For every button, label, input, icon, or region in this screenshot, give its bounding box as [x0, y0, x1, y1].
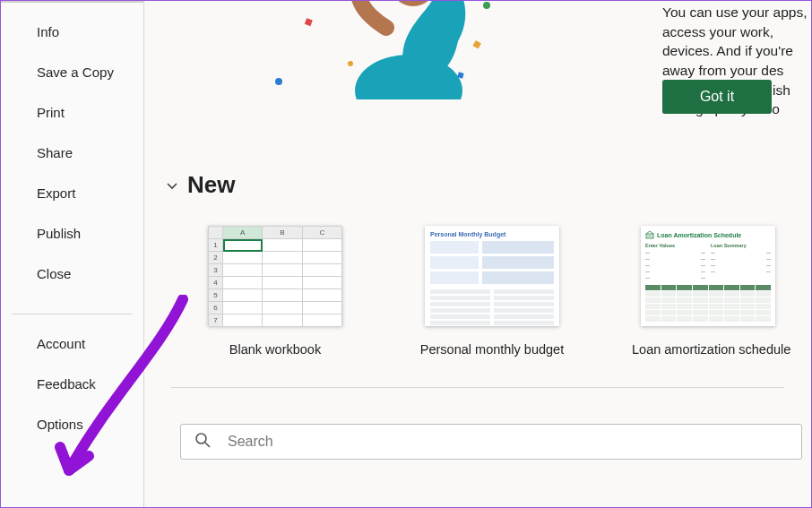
template-gallery: ABC 1 2 3 4 5 6 7 Blank workbook	[198, 226, 784, 357]
template-label: Personal monthly budget	[415, 342, 569, 357]
chevron-down-icon[interactable]	[164, 177, 180, 194]
svg-point-8	[348, 61, 353, 66]
svg-point-10	[483, 2, 490, 9]
sidebar-item-save-a-copy[interactable]: Save a Copy	[1, 52, 143, 92]
sidebar-divider	[12, 314, 133, 314]
svg-point-16	[196, 434, 206, 443]
hero-illustration	[252, 1, 494, 103]
sidebar-item-feedback[interactable]: Feedback	[1, 364, 143, 404]
svg-rect-5	[305, 18, 313, 26]
sidebar-item-export[interactable]: Export	[1, 173, 143, 213]
section-divider	[171, 387, 784, 388]
budget-thumb: Personal Monthly Budget	[425, 226, 559, 326]
backstage-sidebar: Info Save a Copy Print Share Export Publ…	[1, 1, 144, 507]
sidebar-item-share[interactable]: Share	[1, 133, 143, 173]
sidebar-item-publish[interactable]: Publish	[1, 213, 143, 254]
new-section: New ABC 1 2 3 4 5 6 7	[144, 171, 811, 460]
sidebar-item-info[interactable]: Info	[1, 12, 143, 52]
got-it-button[interactable]: Got it	[662, 80, 772, 114]
template-label: Loan amortization schedule	[632, 342, 784, 357]
sidebar-item-close[interactable]: Close	[1, 254, 143, 294]
sidebar-item-options[interactable]: Options	[1, 404, 143, 444]
sidebar-item-account[interactable]: Account	[1, 323, 143, 364]
search-box[interactable]	[180, 424, 802, 460]
hero-banner: You can use your apps, access your work,…	[144, 1, 811, 135]
template-personal-monthly-budget[interactable]: Personal Monthly Budget Personal monthly…	[415, 226, 569, 357]
svg-point-4	[275, 78, 282, 85]
template-loan-amortization[interactable]: Loan Amortization Schedule Enter Values …	[632, 226, 784, 357]
loan-thumb: Loan Amortization Schedule Enter Values …	[641, 226, 775, 326]
main-content: You can use your apps, access your work,…	[144, 1, 811, 507]
search-icon	[194, 431, 212, 452]
blank-workbook-thumb: ABC 1 2 3 4 5 6 7	[208, 226, 342, 326]
sidebar-top-border	[1, 1, 143, 3]
svg-rect-9	[472, 40, 481, 49]
template-blank-workbook[interactable]: ABC 1 2 3 4 5 6 7 Blank workbook	[198, 226, 352, 357]
svg-line-17	[205, 443, 210, 447]
section-title-new: New	[187, 171, 235, 199]
sidebar-item-print[interactable]: Print	[1, 92, 143, 133]
template-label: Blank workbook	[198, 342, 352, 357]
search-input[interactable]	[228, 434, 789, 450]
